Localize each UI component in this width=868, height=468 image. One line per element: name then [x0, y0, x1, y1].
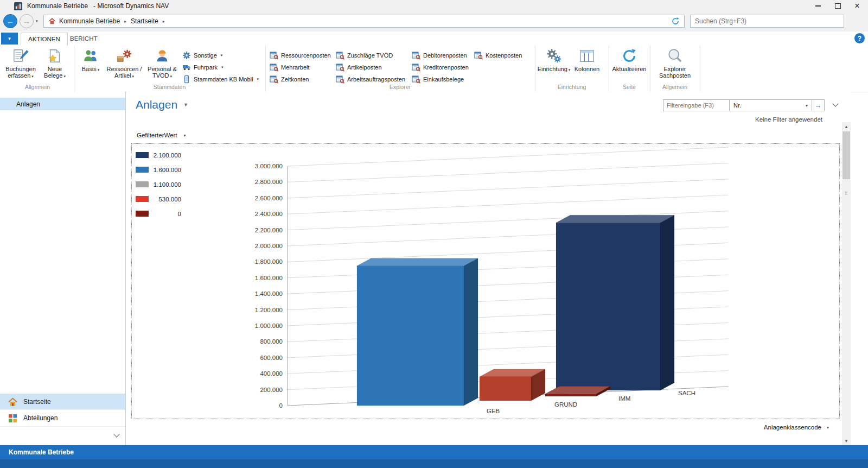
- apply-filter-button[interactable]: →: [812, 99, 825, 111]
- legend-label: 530.000: [149, 196, 181, 203]
- chart-legend: 2.100.0001.600.0001.100.000530.0000: [136, 148, 181, 221]
- svg-text:2.200.000: 2.200.000: [255, 227, 283, 233]
- ribbon-group-stammdaten: Basis▾ Ressourcen / Artikel▾ Personal & …: [74, 46, 266, 92]
- page-title[interactable]: Anlagen ▼: [136, 98, 188, 111]
- status-company: Kommunale Betriebe: [9, 448, 74, 456]
- breadcrumb-separator-icon[interactable]: ▸: [124, 19, 126, 24]
- filter-field-select[interactable]: Nr. ▾: [730, 99, 812, 111]
- ribbon-item-sonstige[interactable]: Sonstige▾: [182, 50, 222, 60]
- ribbon-item-debitorenposten[interactable]: Debitorenposten: [412, 50, 467, 60]
- ribbon-item-kostenposten[interactable]: Kostenposten: [474, 50, 522, 60]
- ribbon-item-einkaufsbelege[interactable]: Einkaufsbelege: [412, 74, 464, 84]
- legend-label: 2.100.000: [149, 152, 181, 159]
- svg-text:GEB: GEB: [487, 408, 500, 414]
- ribbon-item-stammdaten-kb-mobil[interactable]: Stammdaten KB Mobil▾: [182, 74, 259, 84]
- vertical-scrollbar: ▲ ≡ ▼: [842, 92, 851, 445]
- svg-text:2.000.000: 2.000.000: [255, 243, 283, 249]
- back-button[interactable]: ←: [3, 14, 17, 28]
- dropdown-caret-icon: ▾: [221, 53, 223, 58]
- ribbon-group-explorer: Ressourcenposten Mehrarbeit Zeitkonten Z…: [265, 46, 535, 92]
- category-dropdown[interactable]: Anlagenklassencode ▾: [764, 424, 829, 431]
- ribbon-button-einrichtung[interactable]: Einrichtung▾: [539, 47, 569, 73]
- dropdown-caret-icon: ▾: [132, 74, 135, 78]
- filter-status: Keine Filter angewendet: [755, 116, 822, 123]
- measure-dropdown[interactable]: GefilterterWert ▾: [137, 132, 186, 138]
- ribbon-button-kolonnen[interactable]: Kolonnen: [571, 47, 603, 72]
- ribbon-group-allgemein: Buchungen erfassen▾ Neue Belege▾ Allgeme…: [1, 46, 74, 92]
- search-input[interactable]: [691, 15, 844, 27]
- svg-text:1.400.000: 1.400.000: [255, 290, 283, 297]
- ribbon-button-buchungen-erfassen[interactable]: Buchungen erfassen▾: [3, 47, 38, 80]
- filter-input[interactable]: [663, 100, 729, 111]
- refresh-icon[interactable]: [671, 17, 680, 26]
- scrollbar-thumb[interactable]: [843, 131, 850, 179]
- tab-aktionen[interactable]: AKTIONEN: [21, 33, 68, 46]
- home-icon[interactable]: [48, 17, 56, 25]
- ribbon-button-personal-tvoed[interactable]: Personal & TVÖD▾: [145, 47, 179, 80]
- scrollbar-menu-icon[interactable]: ≡: [842, 188, 851, 197]
- svg-text:1.200.000: 1.200.000: [255, 307, 283, 313]
- ribbon-button-explorer-sachposten[interactable]: Explorer Sachposten: [652, 47, 698, 79]
- list-search-icon: [336, 51, 344, 60]
- people-icon: [82, 48, 99, 64]
- scroll-up-arrow-icon[interactable]: ▲: [842, 122, 851, 131]
- application-window: Kommunale Betriebe - Microsoft Dynamics …: [0, 0, 868, 468]
- ribbon-button-neue-belege[interactable]: Neue Belege▾: [39, 47, 71, 80]
- minimize-button[interactable]: [808, 0, 828, 12]
- forward-button[interactable]: →: [20, 14, 34, 28]
- breadcrumb-page[interactable]: Startseite: [131, 17, 158, 25]
- ribbon-button-basis[interactable]: Basis▾: [78, 47, 103, 73]
- resources-gear-icon: [116, 48, 132, 64]
- tab-bericht[interactable]: BERICHT: [63, 33, 104, 45]
- ribbon-group-label: Allgemein: [650, 84, 700, 90]
- history-dropdown-caret-icon[interactable]: ▾: [36, 19, 38, 23]
- ribbon-button-ressourcen-artikel[interactable]: Ressourcen / Artikel▾: [104, 47, 144, 80]
- svg-text:2.400.000: 2.400.000: [255, 211, 283, 217]
- ribbon-item-arbeitsauftragsposten[interactable]: Arbeitsauftragsposten: [336, 74, 405, 84]
- dropdown-caret-icon: ▾: [257, 77, 259, 81]
- sidebar-collapse-chevron-icon[interactable]: [113, 431, 119, 437]
- ribbon-item-mehrarbeit[interactable]: Mehrarbeit: [270, 62, 310, 72]
- departments-grid-icon: [8, 413, 18, 423]
- breadcrumb-separator-icon[interactable]: ▸: [163, 19, 165, 24]
- scroll-down-arrow-icon[interactable]: ▼: [842, 437, 851, 445]
- address-bar: ← → ▾ Kommunale Betriebe ▸ Startseite ▸: [0, 12, 868, 31]
- ribbon-item-ressourcenposten[interactable]: Ressourcenposten: [270, 50, 331, 60]
- legend-swatch: [136, 181, 149, 187]
- ribbon-item-zuschlaege-tvoed[interactable]: Zuschläge TVÖD: [336, 50, 393, 60]
- worker-icon: [154, 48, 170, 64]
- legend-swatch: [136, 196, 149, 202]
- legend-swatch: [136, 211, 149, 217]
- ribbon-item-kreditorenposten[interactable]: Kreditorenposten: [412, 62, 469, 72]
- ribbon-item-fuhrpark[interactable]: Fuhrpark▾: [182, 62, 224, 72]
- minimize-icon: [815, 5, 821, 7]
- svg-text:3.000.000: 3.000.000: [255, 163, 283, 169]
- dropdown-caret-icon: ▾: [63, 74, 66, 78]
- new-document-icon: [47, 48, 63, 64]
- sidebar-item-anlagen[interactable]: Anlagen: [0, 98, 125, 110]
- legend-label: 1.100.000: [149, 181, 181, 188]
- sidebar-item-abteilungen[interactable]: Abteilungen: [0, 410, 125, 427]
- refresh-icon: [621, 48, 637, 64]
- dropdown-caret-icon: ▾: [98, 68, 100, 72]
- help-icon[interactable]: ?: [854, 33, 865, 43]
- breadcrumb-root[interactable]: Kommunale Betriebe: [59, 17, 120, 25]
- window-title: Kommunale Betriebe: [27, 2, 88, 10]
- legend-item: 530.000: [136, 192, 181, 206]
- dropdown-caret-icon: ▾: [221, 65, 224, 69]
- ribbon-button-aktualisieren[interactable]: Aktualisieren: [610, 47, 648, 72]
- ribbon-item-artikelposten[interactable]: Artikelposten: [336, 62, 382, 72]
- application-menu-button[interactable]: ▼: [1, 33, 18, 45]
- magnifier-icon: [667, 48, 683, 64]
- close-button[interactable]: ×: [847, 0, 867, 12]
- sidebar-item-startseite[interactable]: Startseite: [0, 394, 125, 410]
- svg-text:2.600.000: 2.600.000: [255, 195, 283, 201]
- filter-pane-chevron-icon[interactable]: [832, 100, 838, 106]
- scrollbar-track[interactable]: ▲ ≡ ▼: [842, 122, 851, 445]
- svg-text:GRUND: GRUND: [554, 401, 577, 408]
- gears-icon: [546, 48, 562, 64]
- dropdown-caret-icon: ▼: [8, 36, 12, 41]
- dropdown-caret-icon: ▾: [184, 133, 186, 138]
- maximize-button[interactable]: [828, 0, 847, 12]
- ribbon-item-zeitkonten[interactable]: Zeitkonten: [270, 74, 309, 84]
